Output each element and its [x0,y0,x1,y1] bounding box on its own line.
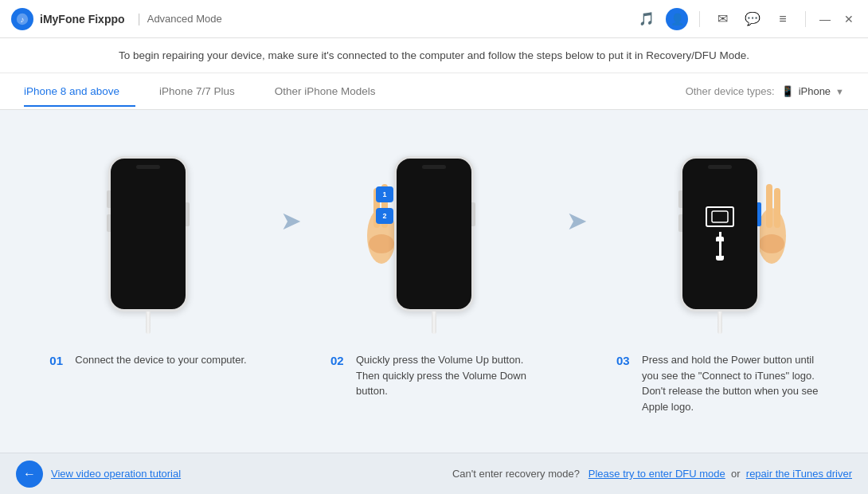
vol-down-btn [107,214,111,232]
step-1-text: Connect the device to your computer. [75,352,246,368]
close-button[interactable]: ✕ [841,11,857,27]
titlebar: ♪ iMyFone Fixppo | Advanced Mode 🎵 👤 ✉ 💬… [0,0,868,38]
tab-iphone7[interactable]: iPhone 7/7 Plus [159,76,251,107]
step-1: 01 Connect the device to your computer. [24,126,272,370]
step-2-text: Quickly press the Volume Up button. Then… [356,352,538,399]
phone-body-2: 1 2 [394,156,474,312]
vol-down-highlight: 2 [376,208,393,224]
step-2: 1 2 02 Quickly press the Volume Up butto… [310,126,558,399]
steps-area: 01 Connect the device to your computer. … [0,110,868,453]
arrow-2: ➤ [558,206,596,236]
itunes-screen [706,206,734,261]
phone-icon: 📱 [781,85,794,97]
info-bar: To begin repairing your device, make sur… [0,38,868,73]
menu-icon[interactable]: ≡ [772,8,794,30]
svg-text:♪: ♪ [21,14,25,23]
dfu-mode-link[interactable]: Please try to enter DFU mode [588,468,725,480]
step-1-image [108,126,188,341]
step-3-num: 03 [616,352,635,370]
svg-rect-10 [712,211,728,222]
step-3-text: Press and hold the Power button until yo… [642,352,823,414]
step-2-image: 1 2 [394,126,474,341]
steps-row: 01 Connect the device to your computer. … [0,118,868,453]
step-1-num: 01 [49,352,68,370]
phone-body-1 [108,156,188,312]
step-3-image [680,126,760,341]
video-tutorial-link[interactable]: View video operation tutorial [51,468,181,480]
step-3-desc: 03 Press and hold the Power button until… [600,341,839,414]
itunes-icon [706,206,734,227]
arrow-right-icon-2: ➤ [566,206,588,236]
svg-rect-7 [774,188,780,228]
step-1-phone [108,156,188,312]
step-3-phone [680,156,760,312]
footer-right: Can't enter recovery mode? Please try to… [452,468,852,480]
svg-point-5 [369,234,394,253]
step-2-num: 02 [330,352,350,370]
step-3: 03 Press and hold the Power button until… [596,126,844,414]
icon-separator [699,11,700,27]
tabs-bar: iPhone 8 and above iPhone 7/7 Plus Other… [0,73,868,110]
svg-point-9 [759,234,784,253]
mode-label: Advanced Mode [147,13,222,25]
vol-down-3 [678,214,682,232]
power-btn-3-highlight [757,202,761,226]
app-logo: ♪ [11,8,33,30]
svg-rect-8 [766,184,772,228]
vol-up-btn [107,190,111,208]
back-button[interactable]: ← [16,461,43,488]
avatar-icon[interactable]: 👤 [666,8,688,30]
phone-body-3 [680,156,760,312]
chevron-down-icon: ▼ [835,87,844,96]
tab-other-models[interactable]: Other iPhone Models [275,76,392,107]
vol-up-3 [678,190,682,208]
step-2-desc: 02 Quickly press the Volume Up button. T… [315,341,553,399]
phone-cable-2 [432,312,436,334]
or-text: or [731,468,741,480]
title-divider: | [138,12,141,26]
device-type-select[interactable]: 📱 iPhone ▼ [781,85,844,97]
power-btn-2 [471,202,475,226]
music-icon[interactable]: 🎵 [635,8,658,30]
step-2-phone: 1 2 [394,156,474,312]
arrow-1: ➤ [272,206,310,236]
back-icon: ← [23,467,36,481]
titlebar-icons: 🎵 👤 ✉ 💬 ≡ — ✕ [635,8,857,30]
footer: ← View video operation tutorial Can't en… [0,453,868,494]
main-content: To begin repairing your device, make sur… [0,38,868,494]
phone-cable-1 [146,312,151,334]
tab-iphone8[interactable]: iPhone 8 and above [24,76,135,107]
minimize-button[interactable]: — [817,11,833,27]
vol-up-highlight: 1 [376,186,393,202]
itunes-driver-link[interactable]: repair the iTunes driver [746,468,852,480]
step-1-desc: 01 Connect the device to your computer. [33,341,262,370]
arrow-right-icon: ➤ [280,206,302,236]
app-name: iMyFone Fixppo [40,13,125,25]
mail-icon[interactable]: ✉ [711,8,733,30]
icon-separator2 [805,11,806,27]
phone-cable-3 [717,312,722,334]
device-type-label: Other device types: [686,85,775,97]
chat-icon[interactable]: 💬 [741,8,764,30]
cant-enter-text: Can't enter recovery mode? [452,468,580,480]
device-type-value: iPhone [799,85,831,97]
info-text: To begin repairing your device, make sur… [119,49,749,61]
power-btn [186,202,190,226]
